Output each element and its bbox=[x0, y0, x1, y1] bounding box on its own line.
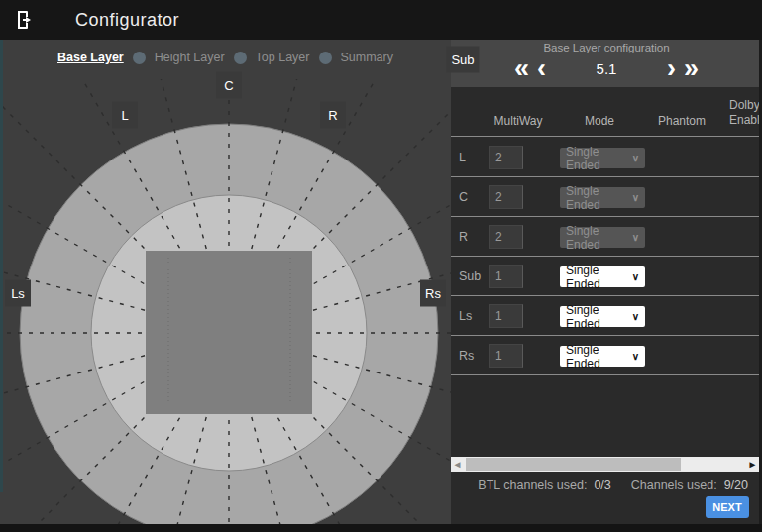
chevron-down-icon: ∨ bbox=[632, 232, 639, 243]
config-panel: Base Layer configuration « ‹ 5.1 › » Mul… bbox=[451, 40, 762, 532]
mode-select-value: Single Ended bbox=[566, 145, 632, 172]
step-base-layer[interactable]: Base Layer bbox=[57, 51, 124, 64]
column-header-mode: Mode bbox=[570, 114, 629, 128]
exit-door-icon bbox=[14, 9, 36, 31]
speaker-diagram-svg bbox=[0, 79, 451, 532]
mode-select-value: Single Ended bbox=[566, 343, 632, 371]
step-top-layer[interactable]: Top Layer bbox=[256, 51, 310, 64]
scrollbar-thumb[interactable] bbox=[466, 458, 681, 471]
btl-channels-value: 0/3 bbox=[594, 479, 610, 492]
table-header: MultiWay Mode Phantom Dolby Enabled bbox=[451, 87, 762, 137]
channels-used-value: 9/20 bbox=[724, 479, 748, 492]
speaker-label-rs[interactable]: Rs bbox=[420, 280, 446, 307]
btl-channels-label: BTL channels used: bbox=[478, 479, 587, 492]
step-dot-icon bbox=[133, 52, 146, 64]
mode-select[interactable]: Single Ended ∨ bbox=[560, 227, 645, 248]
mode-select[interactable]: Single Ended ∨ bbox=[560, 266, 645, 287]
speaker-diagram-pane bbox=[0, 40, 451, 532]
row-label: Rs bbox=[459, 349, 474, 363]
top-bar: Configurator bbox=[0, 0, 762, 40]
row-label: R bbox=[459, 230, 468, 244]
row-label: L bbox=[459, 151, 466, 164]
multiway-input[interactable] bbox=[489, 225, 523, 249]
multiway-input[interactable] bbox=[489, 304, 523, 328]
mode-select[interactable]: Single Ended ∨ bbox=[560, 187, 645, 208]
row-label: Sub bbox=[459, 269, 481, 283]
column-header-multiway: MultiWay bbox=[490, 114, 546, 128]
table-row: Sub Single Ended ∨ bbox=[451, 257, 762, 296]
speaker-label-c[interactable]: C bbox=[216, 72, 242, 99]
step-dot-icon bbox=[234, 52, 247, 64]
chevron-down-icon: ∨ bbox=[632, 153, 639, 163]
channel-status: BTL channels used: 0/3 Channels used: 9/… bbox=[451, 479, 762, 492]
chevron-down-icon: ∨ bbox=[632, 311, 639, 322]
mode-select-value: Single Ended bbox=[566, 264, 632, 291]
first-config-button[interactable]: « bbox=[514, 53, 529, 83]
last-config-button[interactable]: » bbox=[684, 53, 699, 83]
next-button[interactable]: NEXT bbox=[706, 496, 749, 518]
left-edge-strip bbox=[0, 40, 3, 492]
bottom-edge-strip bbox=[0, 524, 762, 532]
row-label: Ls bbox=[459, 309, 472, 323]
speaker-label-r[interactable]: R bbox=[320, 102, 346, 129]
chevron-down-icon: ∨ bbox=[632, 351, 639, 362]
config-nav: « ‹ 5.1 › » bbox=[451, 52, 762, 85]
speaker-config-rows: L Single Ended ∨ C Single Ended ∨ R Sing… bbox=[451, 138, 762, 375]
chevron-down-icon: ∨ bbox=[632, 192, 639, 203]
speaker-label-sub[interactable]: Sub bbox=[446, 47, 479, 73]
step-height-layer[interactable]: Height Layer bbox=[155, 51, 225, 64]
wizard-stepper: Base Layer Height Layer Top Layer Summar… bbox=[0, 48, 451, 67]
chevron-down-icon: ∨ bbox=[632, 271, 639, 282]
column-header-phantom: Phantom bbox=[652, 114, 711, 128]
mode-select-value: Single Ended bbox=[566, 303, 632, 331]
table-row: C Single Ended ∨ bbox=[451, 177, 762, 217]
mode-select[interactable]: Single Ended ∨ bbox=[560, 148, 645, 168]
mode-select[interactable]: Single Ended ∨ bbox=[560, 306, 645, 327]
multiway-input[interactable] bbox=[489, 265, 523, 288]
speaker-label-l[interactable]: L bbox=[112, 102, 138, 129]
next-config-button[interactable]: › bbox=[667, 53, 676, 83]
step-summary[interactable]: Summary bbox=[341, 51, 393, 64]
multiway-input[interactable] bbox=[489, 146, 523, 169]
channels-used-label: Channels used: bbox=[631, 479, 717, 492]
table-row: Ls Single Ended ∨ bbox=[451, 296, 762, 336]
step-dot-icon bbox=[319, 52, 332, 64]
prev-config-button[interactable]: ‹ bbox=[537, 53, 546, 83]
scroll-left-icon[interactable]: ◄ bbox=[451, 457, 464, 472]
table-row: Rs Single Ended ∨ bbox=[451, 336, 762, 375]
row-label: C bbox=[459, 190, 468, 204]
panel-header: Base Layer configuration « ‹ 5.1 › » bbox=[451, 40, 762, 87]
config-name: 5.1 bbox=[582, 60, 631, 77]
table-row: L Single Ended ∨ bbox=[451, 138, 762, 177]
horizontal-scrollbar[interactable]: ◄ ► bbox=[451, 457, 762, 472]
page-title: Configurator bbox=[75, 10, 179, 31]
mode-select[interactable]: Single Ended ∨ bbox=[560, 346, 645, 367]
mode-select-value: Single Ended bbox=[566, 224, 632, 252]
multiway-input[interactable] bbox=[489, 344, 523, 368]
scroll-right-icon[interactable]: ► bbox=[746, 457, 759, 472]
table-row: R Single Ended ∨ bbox=[451, 217, 762, 257]
speaker-label-ls[interactable]: Ls bbox=[5, 280, 31, 307]
column-header-dolby-enabled: Dolby Enabled bbox=[729, 98, 762, 128]
multiway-input[interactable] bbox=[489, 185, 523, 209]
mode-select-value: Single Ended bbox=[566, 184, 632, 212]
